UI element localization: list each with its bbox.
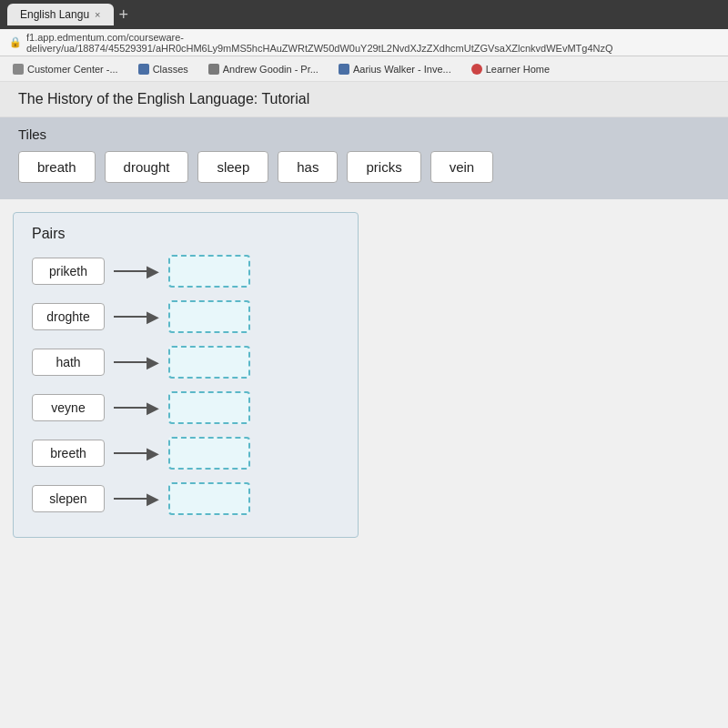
pair-arrow-3: ▶ bbox=[114, 399, 159, 416]
tile-vein[interactable]: vein bbox=[430, 151, 494, 183]
address-bar[interactable]: 🔒 f1.app.edmentum.com/courseware-deliver… bbox=[0, 29, 728, 56]
tile-has[interactable]: has bbox=[278, 151, 338, 183]
tile-breath[interactable]: breath bbox=[18, 151, 96, 183]
arrow-head: ▶ bbox=[147, 445, 159, 461]
tab-close-button[interactable]: × bbox=[95, 9, 100, 20]
pair-arrow-1: ▶ bbox=[114, 308, 159, 325]
tab-bar: English Langu × + bbox=[7, 4, 134, 25]
bookmark-classes[interactable]: Classes bbox=[133, 62, 194, 76]
pair-arrow-5: ▶ bbox=[114, 490, 159, 507]
new-tab-button[interactable]: + bbox=[114, 5, 135, 25]
bookmark-label: Andrew Goodin - Pr... bbox=[223, 64, 318, 75]
pair-source-priketh: priketh bbox=[32, 258, 105, 285]
pair-target-4[interactable] bbox=[168, 437, 250, 470]
bookmark-icon-classes bbox=[138, 64, 149, 75]
arrow-head: ▶ bbox=[147, 308, 159, 325]
arrow-line bbox=[114, 270, 150, 272]
tiles-container: breath drought sleep has pricks vein bbox=[18, 151, 710, 183]
pair-target-3[interactable] bbox=[168, 391, 250, 424]
pair-source-veyne: veyne bbox=[32, 394, 105, 421]
pair-source-hath: hath bbox=[32, 349, 105, 376]
bookmark-icon-aarius bbox=[339, 64, 349, 75]
pairs-label: Pairs bbox=[32, 226, 339, 242]
arrow-line bbox=[114, 361, 150, 363]
browser-chrome: English Langu × + bbox=[0, 0, 728, 29]
pair-row-0: priketh ▶ bbox=[32, 255, 339, 288]
arrow-head: ▶ bbox=[147, 399, 159, 416]
pair-row-2: hath ▶ bbox=[32, 346, 339, 379]
pair-target-5[interactable] bbox=[168, 482, 250, 515]
tile-pricks[interactable]: pricks bbox=[347, 151, 420, 183]
arrow-head: ▶ bbox=[147, 354, 159, 370]
arrow-head: ▶ bbox=[147, 263, 159, 279]
arrow-line bbox=[114, 316, 150, 318]
pair-row-4: breeth ▶ bbox=[32, 437, 339, 470]
tiles-section: Tiles breath drought sleep has pricks ve… bbox=[0, 117, 728, 199]
tile-sleep[interactable]: sleep bbox=[197, 151, 268, 183]
bookmark-label: Learner Home bbox=[486, 64, 550, 75]
bookmark-learner[interactable]: Learner Home bbox=[466, 62, 555, 76]
active-tab[interactable]: English Langu × bbox=[7, 4, 114, 25]
pair-source-slepen: slepen bbox=[32, 485, 105, 512]
pair-row-5: slepen ▶ bbox=[32, 482, 339, 515]
tiles-label: Tiles bbox=[18, 126, 710, 142]
tile-drought[interactable]: drought bbox=[105, 151, 189, 183]
bookmark-icon-learner bbox=[471, 64, 482, 75]
arrow-line bbox=[114, 452, 150, 454]
bookmark-andrew[interactable]: Andrew Goodin - Pr... bbox=[203, 62, 324, 76]
pairs-section: Pairs priketh ▶ droghte ▶ hath ▶ bbox=[13, 212, 359, 538]
pair-row-3: veyne ▶ bbox=[32, 391, 339, 424]
pair-target-0[interactable] bbox=[168, 255, 250, 288]
bookmark-label: Classes bbox=[153, 64, 188, 75]
pair-row-1: droghte ▶ bbox=[32, 300, 339, 333]
pair-target-1[interactable] bbox=[168, 300, 250, 333]
bookmark-icon-customer bbox=[13, 64, 24, 75]
page-title: The History of the English Language: Tut… bbox=[0, 82, 728, 117]
bookmark-label: Aarius Walker - Inve... bbox=[353, 64, 451, 75]
arrow-line bbox=[114, 498, 150, 500]
pair-source-breeth: breeth bbox=[32, 440, 105, 467]
bookmark-label: Customer Center -... bbox=[27, 64, 118, 75]
pair-source-droghte: droghte bbox=[32, 303, 105, 330]
page-content: The History of the English Language: Tut… bbox=[0, 82, 728, 728]
bookmark-icon-andrew bbox=[208, 64, 219, 75]
bookmarks-bar: Customer Center -... Classes Andrew Good… bbox=[0, 56, 728, 82]
pair-arrow-4: ▶ bbox=[114, 445, 159, 461]
address-text: f1.app.edmentum.com/courseware-delivery/… bbox=[26, 32, 719, 54]
pair-target-2[interactable] bbox=[168, 346, 250, 379]
pair-arrow-0: ▶ bbox=[114, 263, 159, 279]
bookmark-aarius[interactable]: Aarius Walker - Inve... bbox=[333, 62, 457, 76]
arrow-line bbox=[114, 407, 150, 409]
bookmark-customer-center[interactable]: Customer Center -... bbox=[7, 62, 124, 76]
pair-arrow-2: ▶ bbox=[114, 354, 159, 370]
lock-icon: 🔒 bbox=[9, 36, 22, 48]
arrow-head: ▶ bbox=[147, 490, 159, 507]
tab-label: English Langu bbox=[20, 8, 89, 21]
